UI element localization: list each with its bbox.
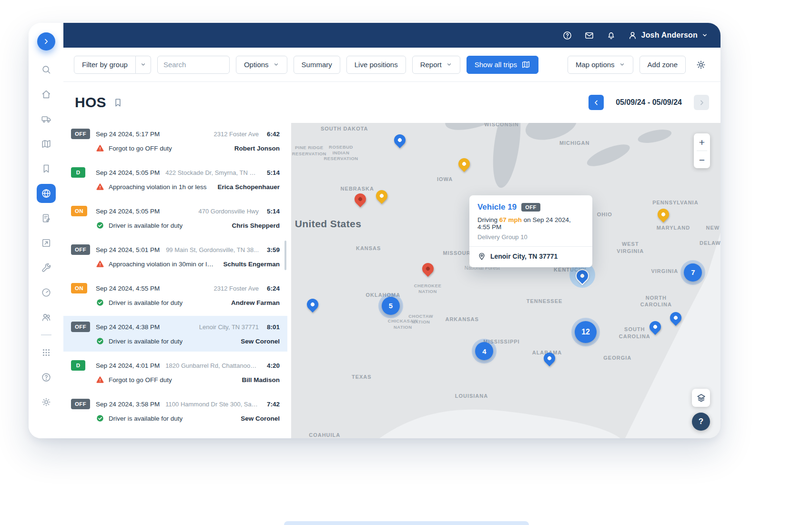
options-button[interactable]: Options xyxy=(236,56,287,74)
status-badge: D xyxy=(71,167,85,178)
event-message: Forgot to go OFF duty xyxy=(109,145,172,152)
pin-icon xyxy=(668,310,684,326)
bookmark-icon[interactable] xyxy=(113,98,123,108)
list-item[interactable]: D Sep 24 2024, 4:01 PM 1820 Gunbarrel Rd… xyxy=(63,354,287,390)
summary-button[interactable]: Summary xyxy=(294,56,340,74)
event-summary-row: D Sep 24 2024, 4:01 PM 1820 Gunbarrel Rd… xyxy=(71,360,280,371)
map-label: TEXAS xyxy=(352,374,372,380)
report-label: Report xyxy=(420,61,442,69)
map-options-button[interactable]: Map options xyxy=(568,56,633,74)
status-badge-column: D xyxy=(71,167,96,178)
pin-icon xyxy=(456,156,472,172)
list-scrollbar[interactable] xyxy=(284,241,286,270)
sidebar-item-map[interactable] xyxy=(37,134,56,153)
map-cluster[interactable]: 4 xyxy=(475,342,493,360)
event-duration: 6:42 xyxy=(259,131,280,138)
top-navbar: Josh Anderson xyxy=(63,23,721,48)
map[interactable]: WISCONSIN SOUTH DAKOTA PINE RIDGE RESERV… xyxy=(291,123,721,438)
sidebar-divider xyxy=(41,334,51,335)
map-pin[interactable] xyxy=(355,193,366,205)
page: Josh Anderson Filter by group Options Su… xyxy=(0,0,812,525)
map-label: United States xyxy=(295,218,362,230)
live-positions-button[interactable]: Live positions xyxy=(346,56,406,74)
map-pin[interactable] xyxy=(422,263,434,274)
sidebar-item-maintenance[interactable] xyxy=(37,258,56,277)
sidebar-item-settings[interactable] xyxy=(37,393,56,412)
map-pin[interactable] xyxy=(670,312,681,323)
help-icon xyxy=(562,30,572,40)
messages-button[interactable] xyxy=(584,30,595,41)
sidebar-item-home[interactable] xyxy=(37,85,56,104)
search-input[interactable] xyxy=(157,56,230,74)
event-message: Driver is available for duty xyxy=(109,415,183,422)
zoom-out-button[interactable]: − xyxy=(694,151,710,168)
sidebar-item-help[interactable] xyxy=(37,368,56,387)
filter-by-group-caret-button[interactable] xyxy=(136,56,151,74)
map-pin[interactable] xyxy=(658,209,669,220)
list-item[interactable]: OFF Sep 24 2024, 3:58 PM 1100 Hammond Dr… xyxy=(63,393,287,429)
map-pin[interactable] xyxy=(394,134,406,146)
sidebar-item-tags[interactable] xyxy=(37,159,56,178)
help-button[interactable] xyxy=(562,30,573,41)
grid-dots-icon xyxy=(41,347,51,358)
report-button[interactable]: Report xyxy=(412,56,460,74)
add-zone-button[interactable]: Add zone xyxy=(639,56,686,74)
event-message: Driver is available for duty xyxy=(109,222,183,229)
map-help-button[interactable]: ? xyxy=(692,413,710,431)
filter-by-group-button[interactable]: Filter by group xyxy=(74,56,136,74)
sidebar-item-apps[interactable] xyxy=(37,343,56,362)
list-item[interactable]: ON Sep 24 2024, 5:05 PM 470 Gordonsville… xyxy=(63,200,287,236)
chevron-left-icon xyxy=(593,99,600,106)
map-cluster[interactable]: 7 xyxy=(684,263,702,282)
map-layers-button[interactable] xyxy=(692,389,710,407)
sidebar-item-hos[interactable] xyxy=(37,184,56,203)
list-item[interactable]: ON Sep 24 2024, 4:55 PM 2312 Foster Ave … xyxy=(63,277,287,313)
sidebar-expand-button[interactable] xyxy=(37,32,55,50)
event-detail-row: Approaching violation in 1h or less Eric… xyxy=(71,182,280,191)
event-duration: 4:20 xyxy=(259,362,280,369)
map-pin[interactable] xyxy=(650,321,661,333)
map-label: CHEROKEE NATION xyxy=(410,283,446,294)
list-item[interactable]: OFF Sep 24 2024, 5:01 PM 99 Main St, Gor… xyxy=(63,239,287,274)
chevron-down-icon xyxy=(273,61,279,68)
map-settings-button[interactable] xyxy=(692,56,710,74)
sidebar-item-fuel[interactable] xyxy=(37,283,56,302)
map-cluster[interactable]: 5 xyxy=(382,297,400,315)
previous-date-button[interactable] xyxy=(589,95,604,110)
list-item[interactable]: OFF Sep 24 2024, 5:17 PM 2312 Foster Ave… xyxy=(63,123,287,159)
sidebar-item-search[interactable] xyxy=(37,60,56,79)
map-pin[interactable] xyxy=(458,158,470,170)
map-cluster[interactable]: 12 xyxy=(575,321,597,343)
user-menu[interactable]: Josh Anderson xyxy=(628,30,708,40)
event-duration: 5:14 xyxy=(259,208,280,215)
event-message: Driver is available for duty xyxy=(109,299,183,306)
status-badge: D xyxy=(71,360,85,371)
summary-label: Summary xyxy=(302,61,332,69)
event-message: Forgot to go OFF duty xyxy=(109,376,172,384)
sidebar-item-reports[interactable] xyxy=(37,233,56,252)
popup-divider xyxy=(469,246,592,247)
bell-icon xyxy=(606,30,616,40)
map-pin[interactable] xyxy=(577,270,588,282)
event-location: 470 Gordonsville Hwy xyxy=(165,208,259,215)
map-label: LOUISIANA xyxy=(455,393,488,399)
sidebar-item-logs[interactable] xyxy=(37,209,56,228)
map-pin[interactable] xyxy=(307,299,318,310)
vehicle-name-link[interactable]: Vehicle 19 xyxy=(477,202,517,212)
vehicle-speed: 67 mph xyxy=(499,216,522,223)
notifications-button[interactable] xyxy=(606,30,617,41)
next-date-button[interactable] xyxy=(694,95,709,110)
pin-icon xyxy=(541,350,558,366)
status-badge-column: ON xyxy=(71,283,96,293)
map-pin[interactable] xyxy=(376,190,387,202)
driver-name: Schults Engerman xyxy=(218,261,280,268)
sidebar-item-users[interactable] xyxy=(37,308,56,327)
list-item[interactable]: OFF Sep 24 2024, 4:38 PM Lenoir City, TN… xyxy=(63,316,287,352)
sidebar-item-vehicles[interactable] xyxy=(37,110,56,129)
show-all-trips-button[interactable]: Show all trips xyxy=(467,56,538,74)
map-pin[interactable] xyxy=(544,353,555,364)
check-icon xyxy=(96,337,104,345)
zoom-control: + − xyxy=(694,133,710,168)
list-item[interactable]: D Sep 24 2024, 5:05 PM 422 Stockade Dr, … xyxy=(63,162,287,197)
zoom-in-button[interactable]: + xyxy=(694,133,710,151)
